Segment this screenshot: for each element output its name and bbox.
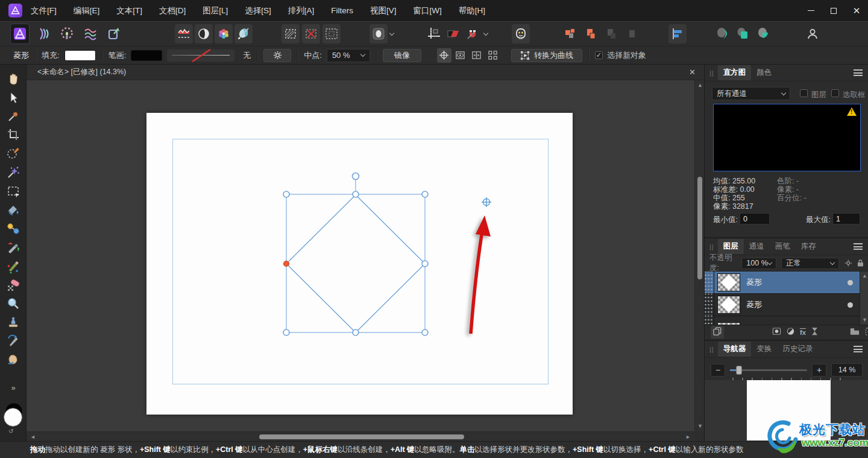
boolean-add-button[interactable] [713, 24, 731, 43]
select-new-object-checkbox[interactable]: ✓ [595, 51, 603, 59]
handle-top-right[interactable] [422, 191, 428, 197]
panel-menu-icon[interactable] [854, 345, 863, 354]
clone-brush-tool[interactable] [5, 313, 22, 330]
adjustment-layer-button[interactable] [786, 327, 795, 337]
hide-selection-toggle[interactable] [453, 48, 468, 63]
auto-colours-button[interactable] [215, 24, 233, 43]
account-button[interactable] [804, 24, 822, 43]
tab-histogram[interactable]: 直方图 [718, 65, 752, 80]
stroke-width-widget[interactable] [167, 49, 234, 62]
guides-swatch-button[interactable] [444, 24, 462, 43]
more-tools-button[interactable]: » [0, 383, 27, 392]
fill-colour-circle[interactable] [4, 408, 22, 427]
stroke-swatch[interactable] [131, 50, 162, 61]
tab-stock[interactable]: 库存 [796, 239, 822, 254]
menu-document[interactable]: 文档[D] [151, 0, 194, 21]
layer-thumbnail[interactable] [717, 273, 740, 291]
handle-top-left[interactable] [283, 191, 289, 197]
tonemap-persona-button[interactable] [81, 24, 99, 43]
menu-select[interactable]: 选择[S] [236, 0, 280, 21]
menu-layer[interactable]: 图层[L] [194, 0, 236, 21]
group-layers-button[interactable] [850, 328, 860, 337]
menu-edit[interactable]: 编辑[E] [65, 0, 108, 21]
horizontal-scroll-thumb[interactable] [259, 434, 464, 439]
panel-grip[interactable]: || [709, 69, 714, 77]
handle-top-center[interactable] [353, 191, 359, 197]
alignment-button[interactable] [668, 24, 687, 43]
liquify-persona-button[interactable] [34, 24, 52, 43]
midpoint-dropdown[interactable]: 50 % [327, 49, 370, 62]
minimize-button[interactable] [799, 0, 822, 21]
auto-white-balance-button[interactable] [234, 24, 253, 43]
move-to-back-button[interactable] [623, 24, 641, 43]
color-replacement-brush-tool[interactable] [5, 239, 22, 256]
convert-to-curves-button[interactable]: 转换为曲线 [511, 49, 582, 62]
erase-brush-tool[interactable] [5, 277, 22, 294]
snapping-button[interactable] [464, 24, 482, 43]
menu-file[interactable]: 文件[F] [22, 0, 65, 21]
paint-brush-tool[interactable] [5, 258, 22, 275]
panel-menu-icon[interactable] [854, 242, 863, 252]
deselect-button[interactable] [302, 24, 320, 43]
move-to-front-button[interactable] [561, 24, 579, 43]
view-hand-tool[interactable] [5, 71, 22, 87]
blend-mode-dropdown[interactable]: 正常 [781, 258, 839, 269]
photo-persona-button[interactable] [11, 24, 29, 43]
flood-select-tool[interactable] [5, 164, 22, 181]
tab-layers[interactable]: 图层 [718, 239, 744, 254]
layer-checkbox[interactable] [800, 89, 808, 97]
box-from-bounds-toggle[interactable] [486, 48, 500, 63]
panel-grip[interactable]: || [709, 243, 714, 250]
zoom-tool[interactable] [5, 295, 22, 312]
swap-colours-icon[interactable]: ↺ [8, 428, 13, 434]
navigator-preview[interactable] [705, 380, 868, 441]
warning-icon[interactable] [847, 107, 857, 116]
tab-brushes[interactable]: 画笔 [770, 239, 796, 254]
live-filter-button[interactable]: fx [800, 328, 806, 336]
scroll-right-icon[interactable]: ► [685, 434, 691, 440]
layer-row[interactable]: 菱形 [705, 294, 868, 316]
auto-contrast-button[interactable] [195, 24, 213, 43]
move-backward-button[interactable] [602, 24, 620, 43]
marquee-tool[interactable] [5, 183, 22, 200]
tab-navigator[interactable]: 导航器 [718, 342, 752, 357]
document-tab[interactable]: <未命名> [已修改] (14.3%) ✕ [27, 65, 704, 80]
color-picker-tool[interactable] [5, 108, 22, 125]
close-button[interactable]: ✕ [845, 0, 868, 21]
panel-grip[interactable]: || [709, 346, 714, 353]
snapping-chevron-icon[interactable] [483, 30, 488, 35]
handle-mid-right[interactable] [422, 261, 428, 267]
invert-selection-button[interactable] [322, 24, 341, 43]
rotation-handle[interactable] [353, 173, 359, 180]
boolean-subtract-button[interactable] [734, 24, 752, 43]
layer-drag-handle[interactable] [705, 272, 714, 293]
layers-scroll-down-icon[interactable]: ▼ [862, 317, 867, 323]
tab-close-icon[interactable]: ✕ [689, 68, 696, 77]
min-input[interactable] [740, 213, 770, 224]
rulers-button[interactable] [425, 24, 443, 43]
move-forward-button[interactable] [582, 24, 600, 43]
layer-row-partial[interactable] [705, 316, 868, 325]
layers-scroll-up-icon[interactable]: ▲ [862, 273, 867, 279]
canvas-area[interactable] [27, 80, 694, 431]
horizontal-scrollbar[interactable]: ◄ ► [27, 431, 694, 441]
layers-scrollbar[interactable]: ▲ ▼ [860, 272, 868, 325]
quick-mask-button[interactable] [370, 24, 388, 43]
layer-effects-button[interactable] [811, 327, 819, 337]
add-layer-button[interactable] [865, 328, 868, 337]
lock-icon[interactable] [857, 259, 864, 267]
menu-help[interactable]: 帮助[H] [450, 0, 494, 21]
vertical-scrollbar[interactable]: ▲ ▼ [694, 80, 704, 431]
menu-filters[interactable]: Filters [322, 0, 362, 21]
max-input[interactable] [832, 213, 860, 224]
smudge-tool[interactable] [5, 351, 22, 368]
transform-origin-toggle[interactable] [437, 48, 451, 63]
selection-bounding-box[interactable] [286, 194, 425, 332]
vertical-scroll-thumb[interactable] [697, 177, 702, 279]
handle-bottom-right[interactable] [422, 329, 428, 336]
stroke-settings-button[interactable] [263, 49, 291, 62]
handle-bottom-center[interactable] [353, 329, 359, 336]
zoom-out-button[interactable]: − [711, 364, 725, 377]
menu-arrange[interactable]: 排列[A] [280, 0, 323, 21]
mirror-button[interactable]: 镜像 [383, 49, 421, 62]
